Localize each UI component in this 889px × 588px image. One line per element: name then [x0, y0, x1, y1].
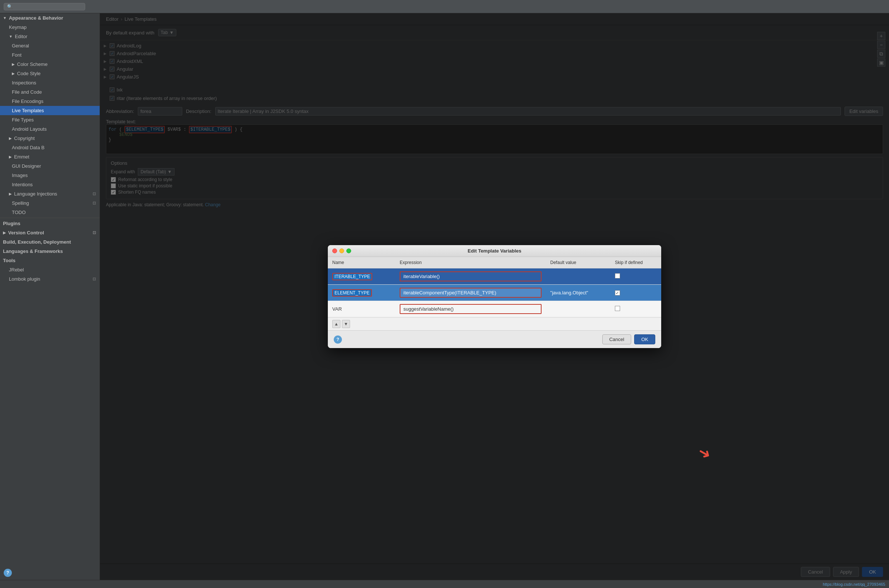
triangle-icon: ▶ [9, 155, 12, 159]
sidebar-item-file-encodings[interactable]: File Encodings [0, 97, 100, 106]
sidebar-item-inspections[interactable]: Inspections [0, 78, 100, 87]
row2-default: "java.lang.Object" [546, 285, 610, 301]
sidebar-item-general[interactable]: General [0, 41, 100, 50]
sidebar-item-jrebel[interactable]: JRebel [0, 265, 100, 274]
sidebar-item-label: Language Injections [14, 191, 57, 196]
modal-cancel-button[interactable]: Cancel [602, 334, 631, 344]
sidebar-item-label: Emmet [14, 154, 29, 160]
row2-skip [610, 285, 661, 301]
table-row[interactable]: ELEMENT_TYPE iterableComponentType(ITERA… [328, 285, 661, 301]
sidebar-item-label: Android Data B [12, 145, 44, 150]
sidebar-item-label: General [12, 43, 29, 48]
modal-footer: ? Cancel OK [328, 330, 661, 348]
sidebar-item-label: File Encodings [12, 99, 44, 104]
row2-name: ELEMENT_TYPE [328, 285, 395, 301]
sidebar-item-version-control[interactable]: ▶ Version Control ⊡ [0, 228, 100, 237]
sidebar-item-android-data[interactable]: Android Data B [0, 143, 100, 152]
table-row[interactable]: ITERABLE_TYPE iterableVariable() [328, 268, 661, 285]
sidebar-item-gui-designer[interactable]: GUI Designer [0, 162, 100, 171]
search-icon: 🔍 [7, 4, 13, 9]
modal-ok-button[interactable]: OK [634, 334, 655, 344]
minimize-traffic-light[interactable] [339, 249, 344, 253]
sidebar-item-build-execution[interactable]: Build, Execution, Deployment [0, 237, 100, 247]
triangle-icon: ▶ [12, 62, 15, 66]
element-type-highlight: ELEMENT_TYPE [332, 289, 372, 297]
col-default: Default value [546, 257, 610, 268]
col-name: Name [328, 257, 395, 268]
skip-checkbox-2[interactable] [615, 290, 620, 296]
modal-overlay: Edit Template Variables Name Expression … [100, 14, 889, 580]
sidebar-item-color-scheme[interactable]: ▶ Color Scheme [0, 60, 100, 69]
maximize-traffic-light[interactable] [346, 249, 351, 253]
sidebar-item-emmet[interactable]: ▶ Emmet [0, 152, 100, 162]
triangle-icon: ▼ [9, 34, 13, 39]
sidebar-item-copyright[interactable]: ▶ Copyright [0, 134, 100, 143]
move-up-button[interactable]: ▲ [332, 320, 341, 328]
sidebar-item-label: Android Layouts [12, 126, 47, 132]
sidebar-item-language-injections[interactable]: ▶ Language Injections ⊡ [0, 189, 100, 198]
table-row[interactable]: VAR suggestVariableName() [328, 301, 661, 317]
sidebar-item-label: Live Templates [12, 108, 44, 113]
sidebar-item-keymap[interactable]: Keymap [0, 22, 100, 32]
skip-checkbox-3[interactable] [615, 306, 620, 311]
sidebar-item-label: File and Code [12, 89, 42, 95]
variables-table: Name Expression Default value Skip if de… [328, 257, 661, 317]
sidebar-item-tools[interactable]: Tools [0, 256, 100, 265]
sidebar-item-label: Keymap [9, 24, 27, 30]
sidebar-item-languages-frameworks[interactable]: Languages & Frameworks [0, 247, 100, 256]
sidebar-item-font[interactable]: Font [0, 50, 100, 60]
expr-highlight-box2: iterableComponentType(ITERABLE_TYPE) [400, 288, 541, 298]
sidebar-item-lombok-plugin[interactable]: Lombok plugin ⊡ [0, 274, 100, 284]
sidebar-item-label: Lombok plugin [9, 276, 41, 282]
sidebar-item-label: Tools [3, 258, 15, 263]
sidebar-item-label: Copyright [14, 135, 35, 141]
sidebar-item-file-and-code[interactable]: File and Code [0, 87, 100, 97]
row1-skip [610, 268, 661, 285]
row1-name: ITERABLE_TYPE [328, 268, 395, 285]
copy-icon: ⊡ [93, 230, 96, 235]
modal-help-button[interactable]: ? [334, 336, 342, 344]
sidebar-item-label: TODO [12, 210, 26, 215]
copy-icon: ⊡ [93, 277, 96, 281]
col-skip: Skip if defined [610, 257, 661, 268]
expr-highlight-box: iterableVariable() [400, 272, 541, 281]
modal-body: Name Expression Default value Skip if de… [328, 257, 661, 330]
sidebar-item-live-templates[interactable]: Live Templates [0, 106, 100, 115]
sidebar-item-file-types[interactable]: File Types [0, 115, 100, 124]
close-traffic-light[interactable] [332, 249, 337, 253]
modal-arrows: ▲ ▼ [328, 317, 661, 330]
sidebar-item-spelling[interactable]: Spelling ⊡ [0, 198, 100, 208]
sidebar-item-android-layouts[interactable]: Android Layouts [0, 124, 100, 134]
modal-titlebar: Edit Template Variables [328, 245, 661, 257]
search-box[interactable]: 🔍 [4, 3, 85, 10]
sidebar-item-label: Plugins [3, 220, 20, 226]
sidebar-item-label: Editor [15, 34, 27, 39]
sidebar-item-images[interactable]: Images [0, 171, 100, 180]
sidebar-item-label: File Types [12, 117, 34, 123]
modal-title: Edit Template Variables [468, 248, 521, 254]
copy-icon: ⊡ [93, 191, 96, 196]
sidebar-item-editor[interactable]: ▼ Editor [0, 32, 100, 41]
sidebar-item-todo[interactable]: TODO [0, 208, 100, 217]
skip-checkbox-1[interactable] [615, 273, 620, 279]
triangle-icon: ▼ [3, 16, 7, 20]
sidebar: ▼ Appearance & Behavior Keymap ▼ Editor … [0, 14, 100, 580]
sidebar-item-plugins[interactable]: Plugins [0, 219, 100, 228]
search-input[interactable] [14, 4, 81, 9]
row3-default [546, 301, 610, 317]
sidebar-item-code-style[interactable]: ▶ Code Style [0, 69, 100, 78]
copy-icon: ⊡ [93, 201, 96, 206]
sidebar-item-label: Version Control [8, 230, 44, 236]
help-button[interactable]: ? [4, 569, 12, 577]
sidebar-item-intentions[interactable]: Intentions [0, 180, 100, 189]
top-bar: 🔍 [0, 0, 889, 14]
sidebar-item-label: Intentions [12, 182, 33, 188]
sidebar-item-appearance-behavior[interactable]: ▼ Appearance & Behavior [0, 14, 100, 22]
status-url: https://blog.csdn.net/qq_27093465 [823, 582, 885, 586]
main-layout: ▼ Appearance & Behavior Keymap ▼ Editor … [0, 14, 889, 580]
sidebar-item-label: Font [12, 52, 21, 58]
sidebar-item-label: Appearance & Behavior [9, 15, 63, 21]
move-down-button[interactable]: ▼ [342, 320, 350, 328]
expr-highlight-box3: suggestVariableName() [400, 304, 541, 314]
row3-expression: suggestVariableName() [395, 301, 546, 317]
